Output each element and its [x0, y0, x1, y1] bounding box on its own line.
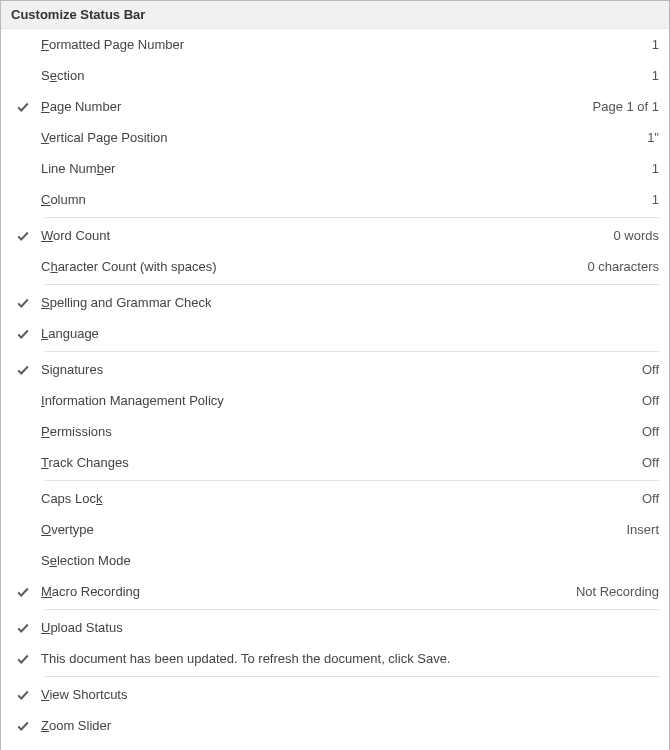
menu-item-value: Off [632, 393, 659, 408]
menu-item-label: Upload Status [35, 620, 649, 635]
menu-item-label: Line Number [35, 161, 642, 176]
customize-status-bar-menu: Customize Status Bar Formatted Page Numb… [0, 0, 670, 750]
menu-item-value: 0 words [603, 228, 659, 243]
menu-item-line-number[interactable]: Line Number1 [1, 153, 669, 184]
menu-item-label: This document has been updated. To refre… [35, 651, 649, 666]
menu-item-value: Off [632, 491, 659, 506]
menu-item-label: Vertical Page Position [35, 130, 637, 145]
menu-item-value: 1 [642, 68, 659, 83]
menu-item-document-updates[interactable]: This document has been updated. To refre… [1, 643, 669, 674]
menu-separator [45, 480, 659, 481]
menu-item-label: Word Count [35, 228, 603, 243]
menu-item-label: Information Management Policy [35, 393, 632, 408]
checkmark-icon [11, 296, 35, 310]
menu-item-label: Section [35, 68, 642, 83]
menu-item-spelling-grammar[interactable]: Spelling and Grammar Check [1, 287, 669, 318]
menu-item-label: Page Number [35, 99, 583, 114]
menu-item-caps-lock[interactable]: Caps LockOff [1, 483, 669, 514]
menu-item-selection-mode[interactable]: Selection Mode [1, 545, 669, 576]
menu-item-value: 1 [642, 161, 659, 176]
menu-item-value: Off [632, 455, 659, 470]
checkmark-icon [11, 621, 35, 635]
menu-separator [45, 217, 659, 218]
menu-item-label: Language [35, 326, 649, 341]
menu-item-zoom-slider[interactable]: Zoom Slider [1, 710, 669, 741]
checkmark-icon [11, 585, 35, 599]
menu-item-value: 1 [642, 37, 659, 52]
menu-item-vertical-page-position[interactable]: Vertical Page Position1" [1, 122, 669, 153]
checkmark-icon [11, 229, 35, 243]
checkmark-icon [11, 719, 35, 733]
menu-item-label: Macro Recording [35, 584, 566, 599]
menu-item-permissions[interactable]: PermissionsOff [1, 416, 669, 447]
menu-item-view-shortcuts[interactable]: View Shortcuts [1, 679, 669, 710]
menu-item-macro-recording[interactable]: Macro RecordingNot Recording [1, 576, 669, 607]
checkmark-icon [11, 100, 35, 114]
menu-item-label: Caps Lock [35, 491, 632, 506]
menu-item-info-mgmt-policy[interactable]: Information Management PolicyOff [1, 385, 669, 416]
menu-item-label: View Shortcuts [35, 687, 649, 702]
menu-item-character-count[interactable]: Character Count (with spaces)0 character… [1, 251, 669, 282]
menu-item-value: Insert [616, 522, 659, 537]
menu-item-language[interactable]: Language [1, 318, 669, 349]
menu-item-value: 1 [642, 192, 659, 207]
menu-title: Customize Status Bar [1, 1, 669, 29]
menu-item-label: Permissions [35, 424, 632, 439]
menu-item-formatted-page-number[interactable]: Formatted Page Number1 [1, 29, 669, 60]
menu-item-value: Not Recording [566, 584, 659, 599]
menu-item-label: Selection Mode [35, 553, 649, 568]
menu-item-zoom[interactable]: Zoom130% [1, 741, 669, 750]
menu-item-label: Overtype [35, 522, 616, 537]
menu-item-page-number[interactable]: Page NumberPage 1 of 1 [1, 91, 669, 122]
menu-item-signatures[interactable]: SignaturesOff [1, 354, 669, 385]
menu-item-label: Signatures [35, 362, 632, 377]
menu-item-value: Page 1 of 1 [583, 99, 660, 114]
menu-item-section[interactable]: Section1 [1, 60, 669, 91]
menu-item-label: Column [35, 192, 642, 207]
menu-separator [45, 676, 659, 677]
checkmark-icon [11, 327, 35, 341]
menu-item-value: 0 characters [577, 259, 659, 274]
checkmark-icon [11, 652, 35, 666]
menu-item-track-changes[interactable]: Track ChangesOff [1, 447, 669, 478]
menu-separator [45, 351, 659, 352]
menu-separator [45, 284, 659, 285]
menu-item-value: Off [632, 362, 659, 377]
checkmark-icon [11, 688, 35, 702]
menu-item-column[interactable]: Column1 [1, 184, 669, 215]
menu-item-label: Zoom Slider [35, 718, 649, 733]
menu-item-value: Off [632, 424, 659, 439]
menu-item-word-count[interactable]: Word Count0 words [1, 220, 669, 251]
menu-item-label: Character Count (with spaces) [35, 259, 577, 274]
menu-item-label: Track Changes [35, 455, 632, 470]
menu-item-label: Spelling and Grammar Check [35, 295, 649, 310]
menu-item-value: 1" [637, 130, 659, 145]
menu-item-overtype[interactable]: OvertypeInsert [1, 514, 669, 545]
menu-separator [45, 609, 659, 610]
menu-item-upload-status[interactable]: Upload Status [1, 612, 669, 643]
checkmark-icon [11, 363, 35, 377]
menu-item-label: Formatted Page Number [35, 37, 642, 52]
